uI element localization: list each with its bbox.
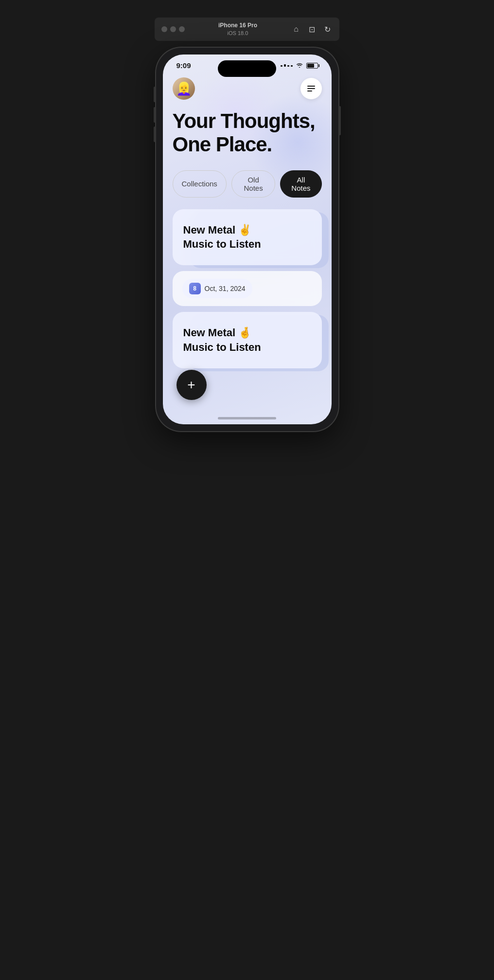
calendar-icon: 8 bbox=[189, 283, 201, 294]
status-right bbox=[281, 62, 318, 69]
signal-dot-3 bbox=[287, 65, 289, 67]
app-content: 👱‍♀️ Your Thoughts, One Place. Collecti bbox=[163, 77, 332, 368]
plus-icon: + bbox=[187, 378, 195, 392]
add-note-button[interactable]: + bbox=[176, 370, 207, 400]
menu-line-2 bbox=[307, 88, 315, 89]
simulator-title: iPhone 16 Pro iOS 18.0 bbox=[218, 21, 257, 37]
filter-tabs: Collections Old Notes All Notes bbox=[173, 170, 322, 198]
note-card-1-wrapper: New Metal ✌️ Music to Listen bbox=[173, 209, 322, 265]
top-row: 👱‍♀️ bbox=[173, 77, 322, 100]
simulator-icons: ⌂ ⊡ ↻ bbox=[291, 24, 333, 35]
signal-dot-1 bbox=[281, 65, 282, 67]
menu-button[interactable] bbox=[300, 78, 322, 99]
traffic-lights bbox=[161, 26, 185, 32]
note-card-1[interactable]: New Metal ✌️ Music to Listen bbox=[173, 209, 322, 265]
traffic-light-green bbox=[179, 26, 185, 32]
rotate-icon[interactable]: ↻ bbox=[322, 24, 333, 35]
wifi-icon bbox=[296, 62, 303, 69]
traffic-light-yellow bbox=[170, 26, 176, 32]
note-title-1: New Metal ✌️ Music to Listen bbox=[183, 223, 311, 252]
signal-icon bbox=[281, 64, 293, 67]
phone-outer: 9:09 bbox=[156, 48, 338, 431]
note-title-2: New Metal 🤞 Music to Listen bbox=[183, 326, 311, 354]
date-card[interactable]: 8 Oct, 31, 2024 bbox=[173, 271, 322, 306]
home-indicator bbox=[218, 417, 276, 419]
simulator-frame: iPhone 16 Pro iOS 18.0 ⌂ ⊡ ↻ 9:09 bbox=[145, 10, 349, 439]
tab-old-notes[interactable]: Old Notes bbox=[231, 170, 275, 198]
menu-line-3 bbox=[307, 91, 312, 91]
home-icon[interactable]: ⌂ bbox=[291, 24, 301, 35]
note-card-2[interactable]: New Metal 🤞 Music to Listen bbox=[173, 312, 322, 368]
note-card-2-wrapper: New Metal 🤞 Music to Listen bbox=[173, 312, 322, 368]
simulator-toolbar: iPhone 16 Pro iOS 18.0 ⌂ ⊡ ↻ bbox=[155, 18, 339, 41]
avatar[interactable]: 👱‍♀️ bbox=[173, 77, 195, 100]
avatar-image: 👱‍♀️ bbox=[173, 77, 195, 100]
menu-line-1 bbox=[307, 86, 315, 87]
date-text: Oct, 31, 2024 bbox=[205, 285, 246, 292]
battery-icon bbox=[306, 63, 318, 69]
signal-dot-2 bbox=[284, 64, 286, 67]
menu-icon bbox=[307, 86, 315, 91]
dynamic-island bbox=[218, 60, 276, 77]
battery-fill bbox=[307, 64, 314, 68]
traffic-light-red bbox=[161, 26, 167, 32]
tab-collections[interactable]: Collections bbox=[173, 170, 227, 198]
status-time: 9:09 bbox=[176, 61, 191, 70]
date-badge: 8 Oct, 31, 2024 bbox=[182, 279, 252, 298]
tab-all-notes[interactable]: All Notes bbox=[280, 170, 321, 198]
signal-dot-4 bbox=[291, 65, 293, 67]
page-title: Your Thoughts, One Place. bbox=[173, 109, 322, 157]
screenshot-icon[interactable]: ⊡ bbox=[306, 24, 317, 35]
phone-screen: 9:09 bbox=[163, 54, 332, 424]
